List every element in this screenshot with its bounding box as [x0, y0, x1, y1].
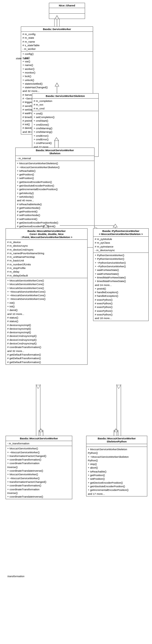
basda-mocca-x-service-worker-skeleton-attrs: - m_internal — [16, 156, 94, 161]
basda-service-worker-title-text: Basda::ServiceWorker — [43, 28, 71, 31]
basda-mocca-x-service-worker-skeleton-title: Basda::MoccaXServiceWorkerSkeleton — [16, 148, 94, 156]
basda-mocca-x-service-worker-skeleton-python-box: Basda::MoccaXServiceWorkerSkeletonPython… — [86, 436, 147, 496]
transformation-label: transformation — [8, 575, 24, 578]
basda-mocca-x-service-worker-skeleton-python-methods: + MoccaXServiceWorkerSkeleton Python() +… — [86, 447, 147, 496]
diagram-container: Nice::Shared Basda::ServiceWorker # m_co… — [0, 0, 152, 644]
basda-python-service-worker-attrs: # m_pyModule # m_pyClass # m_pyInstance … — [93, 237, 148, 253]
basda-python-service-worker-title: Basda::PythonServiceWorker< MoccaXServic… — [93, 229, 148, 237]
nice-shared-box: Nice::Shared — [49, 3, 85, 19]
basda-mocca-x-service-worker-skeleton-python-title: Basda::MoccaXServiceWorkerSkeletonPython — [86, 436, 147, 444]
basda-mocca-x-service-worker-title: Basda::MoccaXServiceWorker — [6, 436, 72, 441]
nice-shared-title: Nice::Shared — [49, 3, 85, 8]
basda-mocca-x-service-worker-box: Basda::MoccaXServiceWorker - m_transform… — [6, 436, 72, 499]
basda-service-worker-skeleton-attrs: # m_completion # m_svc # m_cmd — [32, 99, 98, 111]
basda-mocca-x-service-worker-methods: + MoccaXServiceWorker() + ~MoccaXService… — [6, 446, 72, 499]
svg-marker-41 — [114, 429, 118, 432]
svg-marker-37 — [39, 429, 43, 432]
nice-shared-title-text: Nice::Shared — [59, 4, 75, 7]
svg-marker-33 — [113, 224, 117, 227]
basda-service-worker-title: Basda::ServiceWorker — [21, 27, 93, 32]
nice-shared-methods — [49, 14, 85, 19]
basda-mocca-x-service-worker-skeleton-python-attrs — [86, 444, 147, 447]
basda-service-worker-skeleton-title-text: Basda::ServiceWorkerSkeleton — [46, 94, 85, 97]
basda-mocca-x-service-worker-title-text: Basda::MoccaXServiceWorker — [20, 437, 58, 440]
basda-moccan-service-worker-core-attrs: # m_device # m_deviceAsync # m_deviceCmd… — [6, 240, 87, 278]
basda-moccan-service-worker-core-methods: + MoccaNServiceWorkerCore() + MoccaNServ… — [6, 278, 87, 364]
svg-marker-15 — [36, 385, 40, 389]
basda-mocca-x-service-worker-attrs: - m_transformation — [6, 441, 72, 446]
basda-python-service-worker-box: Basda::PythonServiceWorker< MoccaXServic… — [93, 228, 149, 321]
svg-marker-18 — [117, 385, 121, 389]
basda-python-service-worker-methods: + PythonServiceWorker() + PythonServiceW… — [93, 253, 148, 320]
basda-service-worker-attrs: # m_config # m_state # m_name # s_stateT… — [21, 32, 93, 52]
basda-moccan-service-worker-core-box: Basda::MoccaNServiceWorkerCore< double, … — [6, 228, 88, 365]
basda-service-worker-skeleton-title: Basda::ServiceWorkerSkeleton — [32, 94, 98, 99]
nice-shared-attrs — [49, 8, 85, 14]
state-table-label: state Table — [16, 57, 29, 60]
basda-moccan-service-worker-core-title: Basda::MoccaNServiceWorkerCore< double, … — [6, 229, 87, 240]
